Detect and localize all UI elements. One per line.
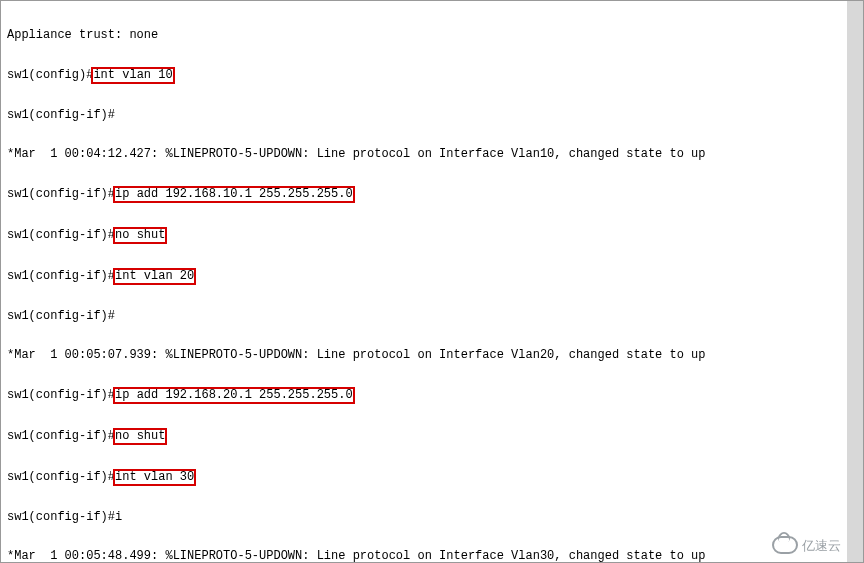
watermark-text: 亿速云 [802, 539, 841, 552]
watermark: 亿速云 [772, 536, 841, 554]
prompt: sw1(config-if)# [7, 187, 115, 201]
cmd-int-vlan30: int vlan 30 [113, 469, 196, 486]
cmd-ip20: ip add 192.168.20.1 255.255.255.0 [113, 387, 355, 404]
prompt: sw1(config-if)# [7, 310, 857, 323]
log-line: *Mar 1 00:05:07.939: %LINEPROTO-5-UPDOWN… [7, 349, 857, 362]
terminal-output[interactable]: Appliance trust: none sw1(config)#int vl… [1, 1, 863, 563]
cmd-ip10: ip add 192.168.10.1 255.255.255.0 [113, 186, 355, 203]
prompt: sw1(config-if)# [7, 269, 115, 283]
prompt: sw1(config-if)# [7, 510, 115, 524]
prompt: sw1(config-if)# [7, 109, 857, 122]
log-line: *Mar 1 00:04:12.427: %LINEPROTO-5-UPDOWN… [7, 148, 857, 161]
cloud-icon [772, 536, 798, 554]
prompt: sw1(config-if)# [7, 228, 115, 242]
cmd-int-vlan10: int vlan 10 [91, 67, 174, 84]
prompt: sw1(config-if)# [7, 429, 115, 443]
log-line: *Mar 1 00:05:48.499: %LINEPROTO-5-UPDOWN… [7, 550, 857, 563]
cmd-int-vlan20: int vlan 20 [113, 268, 196, 285]
cmd-no-shut: no shut [113, 428, 167, 445]
cmd-no-shut: no shut [113, 227, 167, 244]
cmd-i: i [115, 510, 122, 524]
prompt: sw1(config-if)# [7, 388, 115, 402]
prompt: sw1(config)# [7, 68, 93, 82]
terminal-viewport[interactable]: Appliance trust: none sw1(config)#int vl… [0, 0, 864, 563]
output-line: Appliance trust: none [7, 29, 857, 42]
prompt: sw1(config-if)# [7, 470, 115, 484]
